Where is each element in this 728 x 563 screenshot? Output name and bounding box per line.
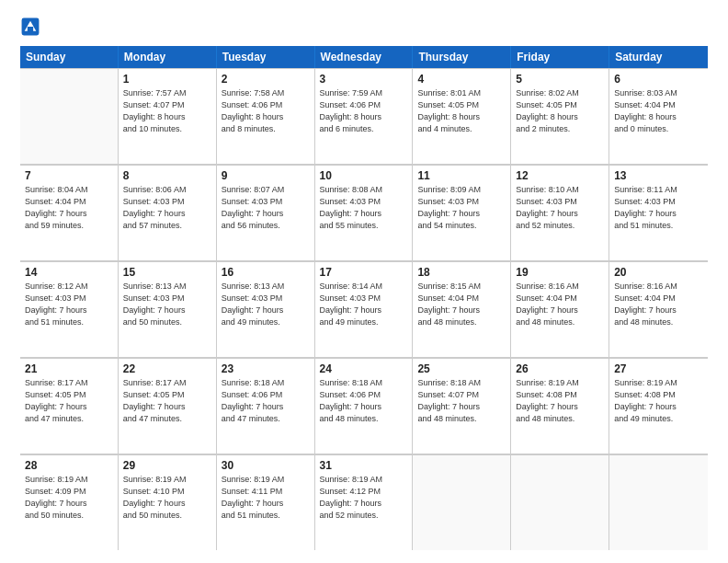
cell-info: Sunrise: 8:15 AMSunset: 4:04 PMDaylight:…	[417, 281, 506, 328]
calendar: SundayMondayTuesdayWednesdayThursdayFrid…	[20, 46, 708, 550]
cell-info: Sunrise: 8:17 AMSunset: 4:05 PMDaylight:…	[123, 377, 211, 425]
day-number: 19	[516, 266, 604, 279]
calendar-row-0: 1Sunrise: 7:57 AMSunset: 4:07 PMDaylight…	[20, 68, 708, 165]
cell-info: Sunrise: 8:19 AMSunset: 4:09 PMDaylight:…	[25, 474, 113, 522]
svg-rect-2	[28, 27, 33, 32]
cell-info: Sunrise: 8:19 AMSunset: 4:08 PMDaylight:…	[516, 377, 604, 425]
empty-cell	[609, 454, 708, 550]
day-cell-5: 5Sunrise: 8:02 AMSunset: 4:05 PMDaylight…	[511, 68, 609, 164]
day-cell-23: 23Sunrise: 8:18 AMSunset: 4:06 PMDayligh…	[217, 358, 315, 454]
day-cell-12: 12Sunrise: 8:10 AMSunset: 4:03 PMDayligh…	[511, 165, 609, 260]
day-number: 8	[123, 169, 211, 182]
cell-info: Sunrise: 8:19 AMSunset: 4:11 PMDaylight:…	[222, 474, 310, 522]
calendar-body: 1Sunrise: 7:57 AMSunset: 4:07 PMDaylight…	[20, 68, 708, 550]
day-number: 5	[516, 73, 604, 86]
day-number: 24	[320, 362, 408, 375]
cell-info: Sunrise: 7:59 AMSunset: 4:06 PMDaylight:…	[320, 87, 408, 135]
day-cell-6: 6Sunrise: 8:03 AMSunset: 4:04 PMDaylight…	[609, 68, 708, 164]
header-day-friday: Friday	[511, 46, 609, 68]
day-number: 3	[320, 73, 408, 86]
day-cell-31: 31Sunrise: 8:19 AMSunset: 4:12 PMDayligh…	[315, 454, 414, 550]
day-number: 31	[320, 459, 408, 472]
day-number: 6	[614, 73, 703, 86]
day-number: 2	[222, 73, 310, 86]
header-day-wednesday: Wednesday	[315, 46, 414, 68]
day-cell-28: 28Sunrise: 8:19 AMSunset: 4:09 PMDayligh…	[20, 454, 119, 550]
empty-cell	[511, 454, 609, 550]
day-cell-21: 21Sunrise: 8:17 AMSunset: 4:05 PMDayligh…	[20, 358, 119, 454]
header-day-monday: Monday	[119, 46, 217, 68]
day-cell-18: 18Sunrise: 8:15 AMSunset: 4:04 PMDayligh…	[413, 261, 511, 357]
day-number: 16	[222, 266, 310, 279]
day-number: 7	[25, 169, 113, 182]
header-day-tuesday: Tuesday	[217, 46, 315, 68]
calendar-header: SundayMondayTuesdayWednesdayThursdayFrid…	[20, 46, 708, 68]
cell-info: Sunrise: 8:16 AMSunset: 4:04 PMDaylight:…	[614, 281, 703, 328]
cell-info: Sunrise: 8:03 AMSunset: 4:04 PMDaylight:…	[614, 87, 703, 135]
day-number: 27	[614, 362, 703, 375]
cell-info: Sunrise: 8:18 AMSunset: 4:07 PMDaylight:…	[417, 377, 506, 425]
day-number: 17	[320, 266, 408, 279]
calendar-row-2: 14Sunrise: 8:12 AMSunset: 4:03 PMDayligh…	[20, 261, 708, 358]
cell-info: Sunrise: 8:14 AMSunset: 4:03 PMDaylight:…	[320, 281, 408, 328]
day-cell-2: 2Sunrise: 7:58 AMSunset: 4:06 PMDaylight…	[217, 68, 315, 164]
cell-info: Sunrise: 8:11 AMSunset: 4:03 PMDaylight:…	[614, 184, 703, 232]
cell-info: Sunrise: 7:57 AMSunset: 4:07 PMDaylight:…	[123, 87, 211, 135]
cell-info: Sunrise: 8:13 AMSunset: 4:03 PMDaylight:…	[123, 281, 211, 328]
day-number: 25	[417, 362, 506, 375]
day-cell-1: 1Sunrise: 7:57 AMSunset: 4:07 PMDaylight…	[119, 68, 217, 164]
day-cell-3: 3Sunrise: 7:59 AMSunset: 4:06 PMDaylight…	[315, 68, 414, 164]
header-day-thursday: Thursday	[413, 46, 511, 68]
empty-cell	[413, 454, 511, 550]
cell-info: Sunrise: 8:04 AMSunset: 4:04 PMDaylight:…	[25, 184, 113, 232]
day-cell-26: 26Sunrise: 8:19 AMSunset: 4:08 PMDayligh…	[511, 358, 609, 454]
header	[20, 17, 708, 37]
day-cell-25: 25Sunrise: 8:18 AMSunset: 4:07 PMDayligh…	[413, 358, 511, 454]
cell-info: Sunrise: 8:19 AMSunset: 4:12 PMDaylight:…	[320, 474, 408, 522]
cell-info: Sunrise: 8:01 AMSunset: 4:05 PMDaylight:…	[417, 87, 506, 135]
day-cell-9: 9Sunrise: 8:07 AMSunset: 4:03 PMDaylight…	[217, 165, 315, 260]
cell-info: Sunrise: 8:06 AMSunset: 4:03 PMDaylight:…	[123, 184, 211, 232]
cell-info: Sunrise: 8:19 AMSunset: 4:08 PMDaylight:…	[614, 377, 703, 425]
day-cell-19: 19Sunrise: 8:16 AMSunset: 4:04 PMDayligh…	[511, 261, 609, 357]
day-cell-7: 7Sunrise: 8:04 AMSunset: 4:04 PMDaylight…	[20, 165, 119, 260]
day-number: 10	[320, 169, 408, 182]
day-cell-14: 14Sunrise: 8:12 AMSunset: 4:03 PMDayligh…	[20, 261, 119, 357]
day-cell-22: 22Sunrise: 8:17 AMSunset: 4:05 PMDayligh…	[119, 358, 217, 454]
day-number: 29	[123, 459, 211, 472]
cell-info: Sunrise: 8:13 AMSunset: 4:03 PMDaylight:…	[222, 281, 310, 328]
cell-info: Sunrise: 8:18 AMSunset: 4:06 PMDaylight:…	[222, 377, 310, 425]
day-number: 12	[516, 169, 604, 182]
cell-info: Sunrise: 7:58 AMSunset: 4:06 PMDaylight:…	[222, 87, 310, 135]
day-number: 28	[25, 459, 113, 472]
day-number: 1	[123, 73, 211, 86]
day-number: 26	[516, 362, 604, 375]
day-cell-4: 4Sunrise: 8:01 AMSunset: 4:05 PMDaylight…	[413, 68, 511, 164]
day-number: 4	[417, 73, 506, 86]
logo	[20, 17, 44, 37]
cell-info: Sunrise: 8:19 AMSunset: 4:10 PMDaylight:…	[123, 474, 211, 522]
cell-info: Sunrise: 8:02 AMSunset: 4:05 PMDaylight:…	[516, 87, 604, 135]
day-number: 15	[123, 266, 211, 279]
calendar-page: SundayMondayTuesdayWednesdayThursdayFrid…	[0, 0, 728, 563]
cell-info: Sunrise: 8:16 AMSunset: 4:04 PMDaylight:…	[516, 281, 604, 328]
day-cell-16: 16Sunrise: 8:13 AMSunset: 4:03 PMDayligh…	[217, 261, 315, 357]
day-number: 11	[417, 169, 506, 182]
day-cell-13: 13Sunrise: 8:11 AMSunset: 4:03 PMDayligh…	[609, 165, 708, 260]
cell-info: Sunrise: 8:18 AMSunset: 4:06 PMDaylight:…	[320, 377, 408, 425]
cell-info: Sunrise: 8:17 AMSunset: 4:05 PMDaylight:…	[25, 377, 113, 425]
calendar-row-4: 28Sunrise: 8:19 AMSunset: 4:09 PMDayligh…	[20, 454, 708, 550]
cell-info: Sunrise: 8:09 AMSunset: 4:03 PMDaylight:…	[417, 184, 506, 232]
cell-info: Sunrise: 8:10 AMSunset: 4:03 PMDaylight:…	[516, 184, 604, 232]
calendar-row-1: 7Sunrise: 8:04 AMSunset: 4:04 PMDaylight…	[20, 165, 708, 261]
day-cell-17: 17Sunrise: 8:14 AMSunset: 4:03 PMDayligh…	[315, 261, 414, 357]
day-number: 14	[25, 266, 113, 279]
header-day-sunday: Sunday	[20, 46, 119, 68]
day-number: 22	[123, 362, 211, 375]
day-number: 9	[222, 169, 310, 182]
day-number: 20	[614, 266, 703, 279]
cell-info: Sunrise: 8:08 AMSunset: 4:03 PMDaylight:…	[320, 184, 408, 232]
day-cell-8: 8Sunrise: 8:06 AMSunset: 4:03 PMDaylight…	[119, 165, 217, 260]
day-cell-20: 20Sunrise: 8:16 AMSunset: 4:04 PMDayligh…	[609, 261, 708, 357]
day-number: 30	[222, 459, 310, 472]
